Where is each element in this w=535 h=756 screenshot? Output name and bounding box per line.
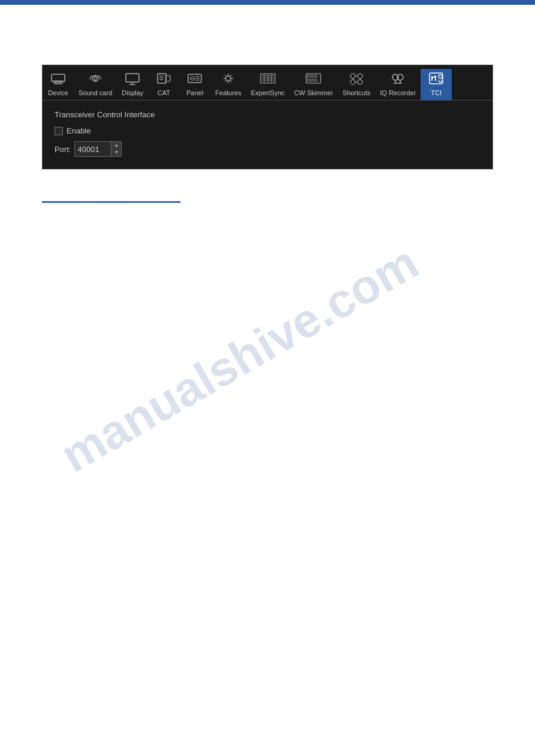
- svg-rect-40: [307, 79, 310, 81]
- svg-rect-37: [307, 75, 310, 77]
- link-area: ________________________________: [42, 193, 493, 203]
- content-area: Transceiver Control Interface Enable Por…: [43, 101, 492, 169]
- svg-point-19: [226, 76, 231, 81]
- port-row: Port: ▲ ▼: [55, 141, 480, 157]
- svg-point-44: [358, 74, 362, 78]
- tab-shortcuts[interactable]: Shortcuts: [338, 69, 375, 100]
- tab-expertsync[interactable]: ExpertSync: [246, 69, 289, 100]
- toolbar: Device Sound card: [43, 65, 492, 101]
- svg-point-46: [358, 80, 362, 84]
- svg-rect-38: [311, 75, 313, 77]
- tab-tci-label: TCI: [431, 89, 442, 96]
- svg-rect-39: [315, 75, 317, 77]
- device-icon: [50, 71, 67, 88]
- tab-shortcuts-label: Shortcuts: [343, 89, 370, 96]
- tab-sound-card-label: Sound card: [78, 89, 112, 96]
- enable-row: Enable: [55, 126, 480, 135]
- tab-iq-recorder-label: IQ Recorder: [380, 89, 416, 96]
- tab-device[interactable]: Device: [43, 69, 74, 100]
- tab-device-label: Device: [48, 89, 68, 96]
- port-spinner-down[interactable]: ▼: [111, 149, 121, 156]
- svg-line-24: [225, 75, 226, 76]
- features-icon: [220, 71, 237, 88]
- svg-point-57: [439, 75, 442, 78]
- svg-rect-10: [166, 75, 170, 81]
- display-icon: [124, 71, 141, 88]
- svg-point-15: [191, 77, 194, 80]
- panel-icon: [186, 71, 203, 88]
- tab-panel[interactable]: Panel: [179, 69, 210, 100]
- enable-label: Enable: [67, 126, 90, 135]
- section-title: Transceiver Control Interface: [55, 110, 480, 119]
- svg-rect-0: [52, 74, 65, 81]
- svg-line-27: [225, 81, 226, 82]
- cat-icon: [155, 71, 172, 88]
- tab-tci[interactable]: TCI: [421, 69, 452, 100]
- footer-link[interactable]: ________________________________: [42, 193, 180, 203]
- port-spinner-up[interactable]: ▲: [111, 142, 121, 149]
- svg-point-43: [350, 74, 355, 78]
- port-label: Port:: [55, 145, 71, 154]
- top-bar: [0, 0, 535, 5]
- tci-icon: [428, 71, 445, 88]
- tab-features[interactable]: Features: [210, 69, 246, 100]
- tab-cw-skimmer-label: CW Skimmer: [294, 89, 333, 96]
- svg-rect-9: [158, 74, 166, 83]
- sound-card-icon: [87, 71, 104, 88]
- tab-expertsync-label: ExpertSync: [251, 89, 285, 96]
- tab-display-label: Display: [122, 89, 143, 96]
- watermark-text: manualshive.com: [52, 235, 427, 483]
- tab-iq-recorder[interactable]: IQ Recorder: [375, 69, 421, 100]
- svg-rect-42: [315, 79, 317, 81]
- shortcuts-icon: [348, 71, 365, 88]
- tab-panel-label: Panel: [186, 89, 203, 96]
- tab-cw-skimmer[interactable]: CW Skimmer: [289, 69, 338, 100]
- cw-skimmer-icon: [305, 71, 322, 88]
- tab-cat-label: CAT: [158, 89, 170, 96]
- expertsync-icon: [259, 71, 276, 88]
- svg-point-45: [350, 80, 355, 84]
- enable-checkbox[interactable]: [55, 127, 63, 135]
- tab-sound-card[interactable]: Sound card: [74, 69, 117, 100]
- tab-display[interactable]: Display: [117, 69, 148, 100]
- tab-cat[interactable]: CAT: [148, 69, 179, 100]
- svg-rect-6: [126, 74, 139, 82]
- iq-recorder-icon: [389, 71, 406, 88]
- svg-rect-41: [311, 79, 313, 81]
- watermark: manualshive.com: [35, 154, 444, 563]
- settings-panel: Device Sound card: [42, 65, 493, 169]
- port-input[interactable]: [75, 144, 111, 155]
- port-spinner: ▲ ▼: [111, 142, 121, 156]
- tab-features-label: Features: [215, 89, 241, 96]
- svg-line-25: [231, 81, 232, 82]
- svg-line-26: [231, 75, 232, 76]
- port-input-wrapper: ▲ ▼: [74, 141, 122, 157]
